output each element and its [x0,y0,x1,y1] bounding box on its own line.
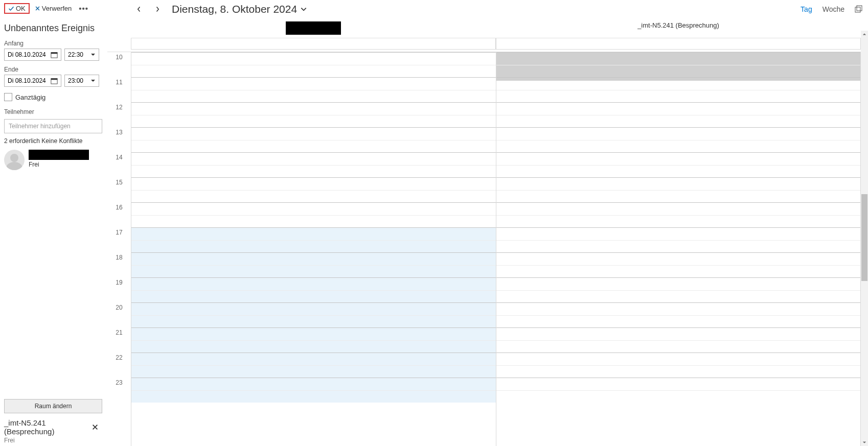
slot-hour[interactable] [496,353,861,378]
slot-hour[interactable] [131,177,496,202]
time-label: 23 [107,378,131,403]
time-label: 21 [107,327,131,353]
slot-hour[interactable] [496,252,861,277]
week-view-button[interactable]: Woche [819,5,848,13]
more-button[interactable]: ••• [77,4,90,13]
svg-rect-3 [51,79,57,80]
slot-hour[interactable] [131,102,496,127]
avatar [4,150,25,170]
allday-checkbox[interactable] [4,93,12,101]
slot-hour[interactable] [496,302,861,327]
slot-hour[interactable] [131,353,496,378]
chevron-down-icon [90,78,96,83]
time-label: 20 [107,302,131,327]
slot-hour[interactable] [496,152,861,177]
time-label: 15 [107,177,131,202]
slot-hour[interactable] [496,227,861,252]
start-label: Anfang [4,40,103,47]
chevron-right-icon [154,6,161,12]
slot-hour[interactable] [131,227,496,252]
prev-day-button[interactable] [132,2,146,16]
end-label: Ende [4,66,103,73]
start-date-value: Di 08.10.2024 [8,51,51,58]
slot-hour[interactable] [131,127,496,152]
slot-hour[interactable] [131,327,496,353]
day-view-button[interactable]: Tag [797,5,815,13]
slot-hour[interactable] [496,102,861,127]
next-day-button[interactable] [150,2,165,16]
calendar-main: Dienstag, 8. Oktober 2024 Tag Woche _imt… [107,0,868,446]
room-name: _imt-N5.241 (Besprechung) [4,418,89,436]
svg-rect-5 [857,6,862,11]
slot-hour[interactable] [131,252,496,277]
slot-hour[interactable] [496,77,861,102]
slot-hour[interactable] [496,177,861,202]
end-date-input[interactable]: Di 08.10.2024 [4,75,61,87]
slot-hour[interactable] [496,327,861,353]
calendar-icon [51,77,58,84]
attendee-name-redacted [29,150,89,160]
slot-hour[interactable] [131,77,496,102]
x-icon [35,6,40,11]
attendee-row: Frei [4,150,103,170]
date-title-text: Dienstag, 8. Oktober 2024 [172,3,297,15]
change-room-button[interactable]: Raum ändern [4,399,102,413]
room-status: Frei [4,437,103,444]
chevron-left-icon [136,6,142,12]
slot-hour[interactable] [131,277,496,302]
slot-hour[interactable] [496,277,861,302]
end-time-value: 23:00 [68,77,90,84]
attendee-status: Frei [29,161,89,168]
slot-hour[interactable] [131,302,496,327]
scroll-up-button[interactable] [861,31,868,38]
slot-hour[interactable] [496,378,861,403]
time-label: 14 [107,152,131,177]
date-title-button[interactable]: Dienstag, 8. Oktober 2024 [172,3,307,15]
time-label: 22 [107,353,131,378]
calendar-grid[interactable]: 1011121314151617181920212223 [107,52,861,446]
discard-button[interactable]: Verwerfen [33,4,74,13]
ok-button[interactable]: OK [4,3,30,14]
chevron-down-icon [300,6,307,13]
slot-hour[interactable] [131,202,496,227]
slot-hour[interactable] [496,127,861,152]
time-label: 13 [107,127,131,152]
calendar-icon [51,51,58,58]
time-label: 18 [107,252,131,277]
chevron-down-icon [90,52,96,57]
calendar-column-2[interactable] [496,52,861,446]
column-header-redacted [286,21,341,35]
time-label: 10 [107,52,131,77]
scroll-thumb[interactable] [861,194,867,281]
slot-hour[interactable] [496,202,861,227]
scroll-down-button[interactable] [861,439,868,446]
slot-hour[interactable] [131,52,496,77]
calendar-header: Dienstag, 8. Oktober 2024 Tag Woche [107,0,868,18]
allday-label: Ganztägig [15,93,45,101]
time-label: 19 [107,277,131,302]
svg-rect-4 [855,7,860,12]
time-label: 12 [107,102,131,127]
time-label: 16 [107,202,131,227]
calendar-column-1[interactable] [131,52,496,446]
slot-hour[interactable] [131,152,496,177]
discard-label: Verwerfen [42,5,72,12]
toolbar: OK Verwerfen ••• [4,2,103,18]
required-count-text: 2 erforderlich Keine Konflikte [4,137,103,145]
popout-icon[interactable] [855,5,863,13]
slot-hour[interactable] [131,378,496,403]
remove-room-button[interactable] [92,424,99,431]
slot-hour[interactable] [496,52,861,77]
start-date-input[interactable]: Di 08.10.2024 [4,49,61,61]
column-header-2-text: _imt-N5.241 (Besprechung) [637,21,719,29]
event-title: Unbenanntes Ereignis [4,23,103,34]
attendee-input[interactable] [4,119,102,133]
column-headers: _imt-N5.241 (Besprechung) [131,18,861,38]
scrollbar[interactable] [861,31,868,446]
allday-strip[interactable] [131,38,861,50]
time-label: 17 [107,227,131,252]
start-time-input[interactable]: 22:30 [64,49,99,61]
end-date-value: Di 08.10.2024 [8,77,51,84]
start-time-value: 22:30 [68,51,90,58]
end-time-input[interactable]: 23:00 [64,75,99,87]
